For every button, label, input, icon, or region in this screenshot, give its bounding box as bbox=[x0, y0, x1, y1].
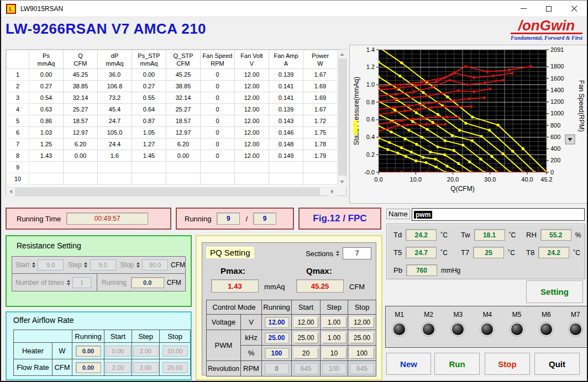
res-stop-spinner[interactable] bbox=[135, 261, 141, 269]
offer-heater-step[interactable]: 2.00 bbox=[133, 346, 159, 357]
pq-revolution-start[interactable]: 645 bbox=[294, 363, 318, 374]
setting-button[interactable]: Setting bbox=[526, 280, 583, 303]
qmax-value: 45.25 bbox=[296, 279, 344, 293]
new-button[interactable]: New bbox=[386, 353, 431, 375]
stop-button[interactable]: Stop bbox=[485, 353, 530, 375]
svg-text:20.0: 20.0 bbox=[447, 176, 459, 183]
rh-unit: % bbox=[575, 231, 581, 239]
running-current: 9 bbox=[217, 213, 240, 225]
offer-flowrate-stop[interactable]: 20.00 bbox=[162, 362, 188, 373]
pq-control-table: Control Mode Running Start Step Stop Vol… bbox=[206, 300, 376, 376]
scroll-up-icon[interactable] bbox=[338, 50, 347, 59]
brand-logo: /onGwin Fundamental, Forward & First bbox=[511, 19, 582, 41]
table-cell bbox=[201, 173, 235, 185]
table-cell: 1.75 bbox=[303, 127, 338, 139]
scroll-left-icon[interactable] bbox=[6, 187, 15, 196]
svg-text:1000: 1000 bbox=[550, 110, 564, 116]
offer-flowrate-label: Flow Rate bbox=[14, 359, 53, 376]
pq-pwm-khz-start[interactable]: 25.00 bbox=[294, 332, 318, 343]
res-start-spinner[interactable] bbox=[30, 261, 36, 269]
res-times-field[interactable]: 1 bbox=[72, 277, 91, 288]
name-input[interactable]: pwm bbox=[412, 208, 585, 221]
offer-flowrate-start[interactable]: 2.00 bbox=[106, 362, 131, 373]
pq-revolution-step[interactable]: 100 bbox=[322, 363, 347, 374]
table-cell: 45.25 bbox=[64, 69, 98, 81]
minimize-button[interactable] bbox=[511, 1, 536, 17]
pq-revolution-label: Revolution bbox=[207, 361, 241, 376]
offer-heater-start[interactable]: 0.00 bbox=[106, 346, 131, 357]
table-cell bbox=[29, 162, 64, 173]
horizontal-scroll-thumb[interactable] bbox=[15, 188, 320, 195]
table-cell: 105.0 bbox=[98, 127, 132, 139]
res-step-spinner[interactable] bbox=[83, 261, 89, 269]
monitor-led-icon bbox=[569, 322, 582, 336]
axis-dropdown-button[interactable] bbox=[565, 135, 575, 144]
column-header: Fan VoltV bbox=[235, 50, 269, 69]
table-cell: 0.86 bbox=[29, 115, 64, 127]
offer-flowrate-step[interactable]: 2.00 bbox=[133, 362, 159, 373]
table-cell: 0.00 bbox=[166, 150, 201, 162]
pq-legend-swatch bbox=[354, 120, 358, 135]
vertical-scroll-thumb[interactable] bbox=[338, 59, 346, 176]
offer-heater-unit: W bbox=[53, 343, 72, 359]
name-row: Name pwm bbox=[386, 208, 585, 221]
pq-voltage-label: Voltage bbox=[207, 315, 241, 330]
table-cell: 1.78 bbox=[303, 139, 338, 150]
table-cell: 1.72 bbox=[303, 115, 338, 127]
app-icon: L bbox=[6, 4, 16, 14]
sections-spinner[interactable] bbox=[334, 249, 340, 258]
res-start-field[interactable]: 9.0 bbox=[38, 259, 64, 270]
table-cell: 12.97 bbox=[166, 127, 201, 139]
pq-voltage-start[interactable]: 12.00 bbox=[294, 317, 318, 328]
offer-airflow-panel: Offer Airflow Rate Running Start Step St… bbox=[6, 311, 192, 380]
pq-voltage-stop[interactable]: 12.00 bbox=[350, 317, 374, 328]
td-reading: Td 24.2 ˚C bbox=[393, 229, 448, 241]
maximize-button[interactable] bbox=[536, 1, 561, 17]
scroll-down-icon[interactable] bbox=[338, 178, 347, 187]
table-cell bbox=[64, 162, 98, 173]
close-icon bbox=[571, 6, 578, 12]
table-cell: 0 bbox=[201, 81, 235, 92]
row-number: 9 bbox=[7, 162, 29, 173]
res-step-field[interactable]: 9.0 bbox=[90, 259, 116, 270]
table-cell bbox=[303, 173, 338, 185]
table-cell: 0.141 bbox=[269, 92, 303, 104]
table-cell: 25.27 bbox=[166, 104, 201, 115]
figure-label: Fig.12 / FPC bbox=[313, 213, 366, 224]
pq-pwm-pct-step[interactable]: 10 bbox=[322, 348, 347, 359]
qmax-unit: CFM bbox=[349, 283, 365, 291]
scroll-right-icon[interactable] bbox=[328, 187, 337, 196]
pq-pwm-pct-start[interactable]: 20 bbox=[294, 348, 318, 359]
row-number: 3 bbox=[7, 92, 29, 104]
quit-button[interactable]: Quit bbox=[534, 353, 580, 375]
table-horizontal-scrollbar[interactable] bbox=[6, 187, 337, 195]
pq-header-stop: Stop bbox=[348, 300, 376, 315]
run-button[interactable]: Run bbox=[434, 353, 480, 375]
table-cell: 12.00 bbox=[235, 150, 269, 162]
pq-revolution-stop[interactable]: 645 bbox=[350, 363, 374, 374]
pq-voltage-step[interactable]: 1.00 bbox=[322, 317, 347, 328]
svg-text:1200: 1200 bbox=[550, 98, 564, 105]
table-cell: 12.00 bbox=[235, 127, 269, 139]
page-title: LW-9266RSAN V7 AMCA 210 bbox=[6, 20, 206, 38]
close-button[interactable] bbox=[561, 1, 587, 17]
offer-heater-stop[interactable]: 10.00 bbox=[162, 346, 188, 357]
pq-pwm-khz-step[interactable]: 1.00 bbox=[322, 332, 347, 343]
running-count-panel: Running 9 / 9 bbox=[176, 208, 294, 230]
pq-pwm-pct-stop[interactable]: 100 bbox=[350, 348, 374, 359]
res-stop-field[interactable]: 90.0 bbox=[142, 259, 168, 270]
sections-field[interactable]: 7 bbox=[343, 247, 371, 259]
table-vertical-scrollbar[interactable] bbox=[337, 50, 346, 187]
logo-tagline: Fundamental, Forward & First bbox=[511, 35, 582, 41]
table-cell: 24.7 bbox=[98, 115, 132, 127]
res-times-spinner[interactable] bbox=[65, 278, 71, 287]
table-cell: 0.27 bbox=[29, 81, 64, 92]
environment-panel: Td 24.2 ˚C Tw 18.1 ˚C RH 55.2 % T5 24.7 … bbox=[386, 224, 585, 279]
app-window: L LW9015RSAN LW-9266RSAN V7 AMCA 210 /on… bbox=[0, 0, 588, 382]
pq-pwm-khz-stop[interactable]: 25.00 bbox=[350, 332, 374, 343]
table-cell bbox=[235, 173, 269, 185]
pb-reading: Pb 760 mmHg bbox=[393, 264, 460, 276]
monitor-m4: M4 bbox=[480, 311, 494, 347]
res-stop-label: Stop bbox=[120, 261, 134, 269]
table-cell bbox=[98, 162, 132, 173]
